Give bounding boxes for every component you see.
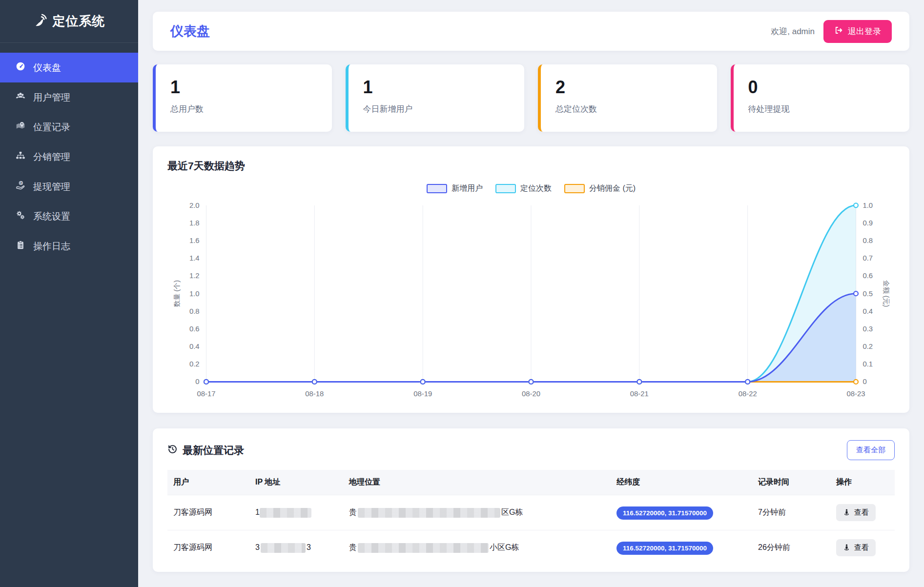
stat-label: 总用户数 [170,103,317,115]
svg-text:0.4: 0.4 [189,343,200,350]
svg-text:1.0: 1.0 [189,290,200,298]
hand-dollar-icon: $ [16,181,25,193]
latest-records-card: 最新位置记录 查看全部 用户 IP 地址 地理位置 经纬度 记录时间 操作 刀客… [153,428,909,572]
svg-text:0.2: 0.2 [862,343,873,350]
street-view-icon [843,544,850,552]
app-logo: 定位系统 [0,0,138,43]
table-header-row: 用户 IP 地址 地理位置 经纬度 记录时间 操作 [167,470,895,495]
svg-text:0.6: 0.6 [189,325,200,333]
satellite-dish-icon [33,14,47,29]
svg-text:$: $ [20,182,22,184]
cell-ip: 33 [249,530,343,566]
street-view-icon [843,508,850,517]
cell-ip: 1 [249,495,343,530]
sidebar-item-withdrawal[interactable]: $ 提现管理 [0,172,138,202]
stat-value: 1 [363,77,510,98]
cell-geo: 贵小区G栋 [343,530,611,566]
sidebar-item-label: 分销管理 [33,151,70,163]
cell-coords: 116.52720000, 31.71570000 [611,495,752,530]
svg-text:2.0: 2.0 [189,202,200,209]
stat-value: 0 [748,77,895,98]
chart-title: 最近7天数据趋势 [167,159,895,173]
svg-text:1.8: 1.8 [189,219,200,227]
stat-card-total-users: 1 总用户数 [153,64,332,132]
table-row: 刀客源码网 1 贵区G栋 116.52720000, 31.71570000 7… [167,495,895,530]
svg-text:08-21: 08-21 [630,390,649,398]
legend-item[interactable]: 定位次数 [495,183,552,194]
svg-text:数量 (个): 数量 (个) [173,280,181,307]
svg-text:0.4: 0.4 [862,307,873,315]
cell-action: 查看 [830,530,895,566]
sidebar-item-label: 提现管理 [33,181,70,193]
legend-swatch [495,184,516,193]
sidebar-menu: 仪表盘 用户管理 位置记录 分销管理 $ 提现管理 [0,43,138,261]
history-icon [167,444,178,457]
col-geo: 地理位置 [343,470,611,495]
sitemap-icon [16,151,25,163]
cell-user: 刀客源码网 [167,495,249,530]
svg-text:1.4: 1.4 [189,254,200,262]
view-button[interactable]: 查看 [836,539,876,556]
stat-card-new-users-today: 1 今日新增用户 [346,64,525,132]
svg-text:1.6: 1.6 [189,237,200,244]
welcome-text: 欢迎, admin [771,26,815,37]
svg-text:08-23: 08-23 [846,390,865,398]
sidebar-item-distribution[interactable]: 分销管理 [0,142,138,172]
col-user: 用户 [167,470,249,495]
legend-item[interactable]: 分销佣金 (元) [564,183,636,194]
trend-chart-card: 最近7天数据趋势 新增用户定位次数分销佣金 (元) 00.20.40.60.81… [153,146,909,413]
coords-badge: 116.52720000, 31.71570000 [616,542,713,555]
redacted-address [358,543,489,553]
map-marker-icon [16,121,25,133]
sidebar-item-logs[interactable]: 操作日志 [0,231,138,261]
logout-button[interactable]: 退出登录 [823,20,892,43]
col-ip: IP 地址 [249,470,343,495]
legend-swatch [427,184,447,193]
svg-text:0.8: 0.8 [862,237,873,244]
sidebar-item-label: 用户管理 [33,91,70,104]
cell-action: 查看 [830,495,895,530]
stat-label: 总定位次数 [555,103,702,115]
sidebar-item-location-records[interactable]: 位置记录 [0,112,138,142]
cell-geo: 贵区G栋 [343,495,611,530]
svg-text:1.0: 1.0 [862,202,873,209]
sidebar-item-label: 位置记录 [33,121,70,134]
sidebar-item-label: 操作日志 [33,240,70,253]
stat-value: 2 [555,77,702,98]
sidebar-item-dashboard[interactable]: 仪表盘 [0,53,138,82]
cell-user: 刀客源码网 [167,530,249,566]
stat-card-total-locates: 2 总定位次数 [538,64,717,132]
svg-text:1.2: 1.2 [189,272,200,280]
sidebar: 定位系统 仪表盘 用户管理 位置记录 分销管理 [0,0,138,587]
main-content: 仪表盘 欢迎, admin 退出登录 1 总用户数 1 今日新增用户 2 总定位… [138,0,924,587]
redacted-ip [261,543,306,553]
stat-value: 1 [170,77,317,98]
col-coords: 经纬度 [611,470,752,495]
sidebar-item-label: 系统设置 [33,210,70,223]
records-title: 最新位置记录 [183,444,244,457]
stat-cards: 1 总用户数 1 今日新增用户 2 总定位次数 0 待处理提现 [153,64,909,132]
sidebar-item-users[interactable]: 用户管理 [0,82,138,112]
svg-text:0: 0 [195,378,199,385]
stat-label: 待处理提现 [748,103,895,115]
app-title: 定位系统 [53,13,105,30]
legend-swatch [564,184,585,193]
svg-text:0.8: 0.8 [189,307,200,315]
sidebar-item-label: 仪表盘 [33,61,61,74]
coords-badge: 116.52720000, 31.71570000 [616,506,713,520]
trend-chart: 00.20.40.60.81.01.21.41.61.82.000.10.20.… [167,195,895,404]
page-header: 仪表盘 欢迎, admin 退出登录 [153,12,909,51]
svg-text:0: 0 [862,378,866,385]
cell-time: 26分钟前 [752,530,830,566]
svg-text:0.9: 0.9 [862,219,873,227]
svg-text:08-18: 08-18 [305,390,324,398]
records-table: 用户 IP 地址 地理位置 经纬度 记录时间 操作 刀客源码网 1 贵区G栋 1… [167,470,895,565]
view-all-button[interactable]: 查看全部 [847,440,895,460]
sidebar-item-settings[interactable]: 系统设置 [0,202,138,231]
view-button[interactable]: 查看 [836,504,876,521]
users-icon [16,91,25,103]
svg-text:0.7: 0.7 [862,254,873,262]
legend-item[interactable]: 新增用户 [427,183,483,194]
cell-time: 7分钟前 [752,495,830,530]
gears-icon [16,210,25,223]
